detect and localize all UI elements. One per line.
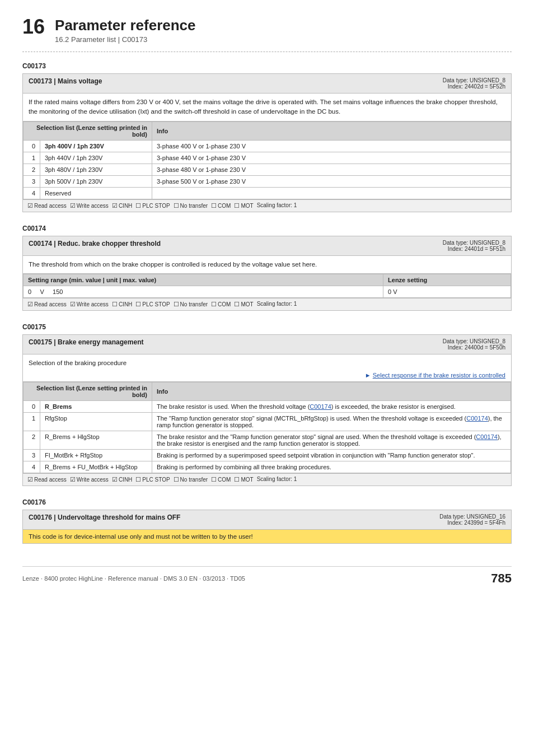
table-row: 0 R_Brems The brake resistor is used. Wh… [24, 401, 511, 413]
row-num: 3 [24, 450, 40, 461]
setting-range-cell: 0 V 150 [24, 286, 383, 297]
param-c00176-name: C00176 | Undervoltage threshold for main… [29, 514, 180, 521]
mot-checkbox [234, 202, 240, 209]
table-row: 2 3ph 480V / 1ph 230V 3-phase 480 V or 1… [24, 164, 511, 175]
page-header: 16 Parameter reference 16.2 Parameter li… [22, 17, 512, 44]
table-row: 2 R_Brems + HlgStop The brake resistor a… [24, 431, 511, 450]
footer-scaling: Scaling factor: 1 [257, 202, 297, 209]
notransfer-checkbox [174, 301, 179, 308]
param-block-c00176: C00176 | Undervoltage threshold for main… [22, 510, 512, 544]
param-c00174-description: The threshold from which on the brake ch… [23, 256, 511, 274]
row-val: R_Brems + HlgStop [40, 431, 152, 450]
row-info: 3-phase 440 V or 1-phase 230 V [152, 152, 511, 164]
col-setting-range: Setting range (min. value | unit | max. … [24, 274, 383, 286]
table-row: 0 3ph 400V / 1ph 230V 3-phase 400 V or 1… [24, 140, 511, 152]
notransfer-checkbox [174, 202, 179, 209]
col-header-info: Info [152, 122, 511, 140]
info-link[interactable]: C00174 [466, 415, 488, 422]
info-link[interactable]: C00174 [476, 433, 498, 440]
footer-mot: MOT [234, 476, 253, 483]
row-info: The "Ramp function generator stop" signa… [152, 413, 511, 431]
param-c00174-name: C00174 | Reduc. brake chopper threshold [29, 240, 161, 248]
param-c00176-yellow-bar: This code is for device-internal use onl… [23, 530, 511, 543]
notransfer-checkbox [174, 476, 179, 483]
section-c00175-label: C00175 [22, 323, 512, 331]
footer-page-number: 785 [491, 571, 512, 586]
param-c00174-table: Setting range (min. value | unit | max. … [23, 274, 511, 298]
row-info: 3-phase 500 V or 1-phase 230 V [152, 175, 511, 187]
table-row: 3 FI_MotBrk + RfgStop Braking is perform… [24, 450, 511, 461]
footer-read-access: Read access [27, 476, 67, 483]
row-val: RfgStop [40, 413, 152, 431]
row-info: 3-phase 400 V or 1-phase 230 V [152, 140, 511, 152]
footer-plc-stop: PLC STOP [135, 202, 170, 209]
col-header-selection: Selection list (Lenze setting printed in… [24, 382, 152, 401]
read-access-checkbox [27, 476, 33, 483]
read-access-checkbox [27, 301, 33, 308]
row-val: 3ph 500V / 1ph 230V [40, 175, 152, 187]
table-row: 1 RfgStop The "Ramp function generator s… [24, 413, 511, 431]
param-c00173-name: C00173 | Mains voltage [29, 77, 102, 85]
cinh-checkbox [112, 202, 118, 209]
param-c00175-datatype: Data type: UNSIGNED_8 Index: 24400d = 5F… [443, 338, 505, 351]
row-num: 2 [24, 164, 40, 175]
row-val: 3ph 480V / 1ph 230V [40, 164, 152, 175]
row-val: 3ph 400V / 1ph 230V [40, 140, 152, 152]
param-c00173-description: If the rated mains voltage differs from … [23, 94, 511, 122]
param-c00175-header: C00175 | Brake energy management Data ty… [23, 335, 511, 354]
arrow-right-icon: ► [365, 372, 371, 379]
com-checkbox [211, 202, 217, 209]
param-c00176-header: C00176 | Undervoltage threshold for main… [23, 510, 511, 530]
com-checkbox [211, 301, 217, 308]
row-num: 0 [24, 401, 40, 413]
lenze-setting-cell: 0 V [383, 286, 511, 297]
footer-com: COM [211, 202, 231, 209]
col-lenze-setting: Lenze setting [383, 274, 511, 286]
mot-checkbox [234, 301, 240, 308]
row-num: 0 [24, 140, 40, 152]
footer-read-access: Read access [27, 301, 67, 308]
read-access-checkbox [27, 202, 33, 209]
footer-no-transfer: No transfer [174, 476, 208, 483]
cinh-checkbox [112, 301, 118, 308]
section-c00173-label: C00173 [22, 62, 512, 70]
footer-no-transfer: No transfer [174, 202, 208, 209]
row-num: 4 [24, 461, 40, 473]
section-divider [22, 52, 512, 52]
footer-com: COM [211, 476, 231, 483]
param-c00175-description: Selection of the braking procedure [23, 354, 511, 369]
footer-write-access: Write access [70, 476, 109, 483]
param-c00175-name: C00175 | Brake energy management [29, 338, 143, 346]
plcstop-checkbox [135, 202, 141, 209]
footer-left: Lenze · 8400 protec HighLine · Reference… [22, 575, 245, 582]
table-row: 4 Reserved [24, 187, 511, 199]
footer-no-transfer: No transfer [174, 301, 208, 308]
row-info: 3-phase 480 V or 1-phase 230 V [152, 164, 511, 175]
param-c00176-datatype: Data type: UNSIGNED_16 Index: 24399d = 5… [439, 514, 505, 526]
col-header-info2: Info [152, 382, 511, 401]
param-block-c00174: C00174 | Reduc. brake chopper threshold … [22, 236, 512, 311]
write-access-checkbox [70, 476, 76, 483]
row-val: Reserved [40, 187, 152, 199]
row-num: 3 [24, 175, 40, 187]
row-num: 4 [24, 187, 40, 199]
row-info: Braking is performed by combining all th… [152, 461, 511, 473]
select-response-link[interactable]: Select response if the brake resistor is… [373, 372, 505, 379]
row-val: FI_MotBrk + RfgStop [40, 450, 152, 461]
row-val: R_Brems + FU_MotBrk + HlgStop [40, 461, 152, 473]
param-c00173-table: Selection list (Lenze setting printed in… [23, 122, 511, 199]
footer-scaling: Scaling factor: 1 [257, 301, 297, 308]
row-num: 1 [24, 413, 40, 431]
info-link[interactable]: C00174 [310, 403, 331, 410]
footer-mot: MOT [234, 202, 253, 209]
param-c00173-header: C00173 | Mains voltage Data type: UNSIGN… [23, 74, 511, 94]
param-block-c00173: C00173 | Mains voltage Data type: UNSIGN… [22, 73, 512, 212]
footer-scaling: Scaling factor: 1 [257, 476, 297, 483]
header-title: Parameter reference [55, 17, 196, 34]
param-c00175-footer: Read access Write access CINH PLC STOP N… [23, 473, 511, 486]
table-row: 4 R_Brems + FU_MotBrk + HlgStop Braking … [24, 461, 511, 473]
param-c00174-footer: Read access Write access CINH PLC STOP N… [23, 298, 511, 310]
write-access-checkbox [70, 301, 76, 308]
header-subtitle: 16.2 Parameter list | C00173 [55, 35, 196, 44]
footer-cinh: CINH [112, 301, 132, 308]
